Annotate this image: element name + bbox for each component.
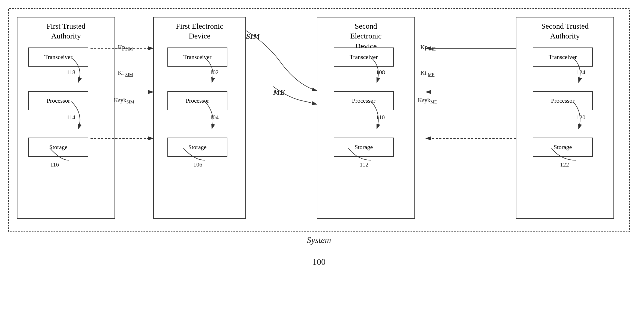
ref-116: 116 [50,161,59,168]
fta-storage: Storage [28,138,88,157]
sed-transceiver: Transceiver [334,47,394,67]
first-electronic-device-title: First ElectronicDevice [154,17,245,43]
sed-storage: Storage [334,138,394,157]
second-electronic-device-box: SecondElectronicDevice Transceiver Proce… [317,17,415,219]
kp-sim-label: KpSIM [118,44,133,52]
system-boundary: System 100 First TrustedAuthority Transc… [8,8,630,232]
ref-112: 112 [360,161,368,168]
ksyk-me-label: KsykME [418,97,437,105]
fed-storage: Storage [167,138,227,157]
sta-storage: Storage [533,138,593,157]
ksyk-sim-label: KsykSIM [114,97,134,105]
fta-processor: Processor [28,91,88,110]
sed-processor: Processor [334,91,394,110]
ki-sim-label: Ki SIM [118,69,133,77]
fed-transceiver: Transceiver [167,47,227,67]
sta-processor: Processor [533,91,593,110]
second-trusted-authority-box: Second TrustedAuthority Transceiver Proc… [516,17,614,219]
second-trusted-authority-title: Second TrustedAuthority [516,17,613,43]
ref-118: 118 [67,69,75,76]
first-trusted-authority-box: First TrustedAuthority Transceiver Proce… [17,17,115,219]
sim-label: SIM [246,32,260,41]
ref-108: 108 [376,69,385,76]
system-label: System [307,235,331,245]
ref-120: 120 [576,114,585,121]
first-electronic-device-box: First ElectronicDevice Transceiver Proce… [153,17,246,219]
ref-104: 104 [210,114,219,121]
fed-processor: Processor [167,91,227,110]
kp-me-label: Kp ME [420,44,436,52]
ref-114: 114 [67,114,75,121]
fta-transceiver: Transceiver [28,47,88,67]
ref-102: 102 [210,69,219,76]
ref-124: 124 [576,69,585,76]
ref-106: 106 [193,161,202,168]
first-trusted-authority-title: First TrustedAuthority [17,17,115,43]
ref-122: 122 [560,161,569,168]
ki-me-label: Ki ME [420,69,435,77]
system-number: 100 [312,257,326,267]
me-label: ME [273,88,285,97]
ref-110: 110 [376,114,385,121]
sta-transceiver: Transceiver [533,47,593,67]
